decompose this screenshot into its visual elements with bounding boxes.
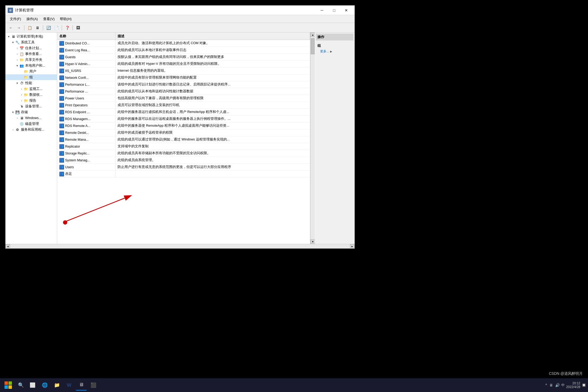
tree-item-windows[interactable]: › 🖥 Windows... [6, 115, 57, 121]
table-row[interactable]: 👥 Performance L... 该组中的成员可以计划进行性能计数器日志记录… [57, 81, 310, 88]
tree-item-device[interactable]: 🖱 设备管理... [6, 103, 57, 109]
table-row[interactable]: 👥 Remote Mana... 此组的成员可以通过管理协议(例如，通过 Win… [57, 136, 310, 143]
cell-name: 👥 Print Operators [57, 102, 115, 108]
table-row[interactable]: 👥 Power Users 包括高级用户以向下兼容，高级用户拥有有限的管理权限 [57, 95, 310, 102]
tree-label: 磁盘管理 [25, 122, 39, 126]
taskbar-language[interactable]: 中 [561, 383, 565, 388]
cell-name: 👥 Guests [57, 54, 115, 60]
tree-item-local-users[interactable]: ▼ 👥 本地用户和... [6, 63, 57, 69]
cell-desc: 此组的成员拥有对 Hyper-V 所有功能的完全且不受限制的访问权限。 [115, 61, 310, 67]
toolbar-view-button[interactable]: 🖼 [74, 24, 82, 31]
toolbar-refresh-button[interactable]: 🔄 [45, 24, 52, 31]
tree-label: 性能 [25, 81, 32, 85]
menu-action[interactable]: 操作(A) [24, 16, 40, 22]
chevron-icon[interactable]: ^ [545, 383, 547, 387]
tree-item-monitor[interactable]: › 📁 监视工... [6, 86, 57, 92]
table-row[interactable]: 👥 Distributed CO... 成员允许启动、激活和使用此计算机上的分布… [57, 40, 310, 47]
expand-icon: › [15, 58, 19, 61]
start-button[interactable] [2, 379, 14, 391]
tree-label: 组 [29, 75, 33, 80]
table-header: 名称 描述 [57, 33, 310, 40]
menu-help[interactable]: 帮助(H) [58, 16, 74, 22]
tree-item-datacollect[interactable]: › 📁 数据收... [6, 92, 57, 98]
compmgmt-button[interactable]: 🖥 [76, 380, 87, 391]
toolbar-export-button[interactable]: 📄 [53, 24, 60, 31]
tree-item-storage[interactable]: ▼ 💾 存储 [6, 109, 57, 115]
tree-item-events[interactable]: › 📋 事件查看... [6, 51, 57, 57]
table-row[interactable]: 👥 RDS Remote A... 此组中的服务器使 RemoteApp 程序和… [57, 122, 310, 129]
scroll-track[interactable] [311, 37, 315, 239]
cell-desc: Internet 信息服务使用的内置组。 [115, 67, 310, 74]
tree-label: Windows... [25, 116, 41, 120]
forward-button[interactable]: → [15, 24, 23, 31]
minimize-button[interactable]: ─ [316, 6, 328, 14]
title-bar: 🖥 计算机管理 ─ □ ✕ [6, 6, 354, 15]
hscroll-right-btn[interactable]: ► [350, 244, 354, 249]
table-row[interactable]: 👥 Hyper-V Admin... 此组的成员拥有对 Hyper-V 所有功能… [57, 61, 310, 67]
tree-item-root[interactable]: ▼ 🖥 计算机管理(本地) [6, 34, 57, 39]
taskbar-search-button[interactable]: 🔍 [15, 380, 26, 391]
terminal-button[interactable]: ⬛ [88, 380, 99, 391]
cell-name: 👥 Remote Mana... [57, 136, 115, 143]
toolbar-help-button[interactable]: ❓ [64, 24, 71, 31]
hscroll-left-btn[interactable]: ◄ [6, 244, 10, 249]
tree-item-users[interactable]: 📁 用户 [6, 69, 57, 74]
menu-view[interactable]: 查看(V) [41, 16, 57, 22]
table-row[interactable]: 👥 RDS Managem... 此组中的服务器可以在运行远程桌面服务的服务器上… [57, 116, 310, 122]
cell-name: 👥 Users [57, 164, 115, 170]
table-row[interactable]: 👥 Network Confi... 此组中的成员有部分管理权限来管理网络功能的… [57, 74, 310, 81]
table-row[interactable]: 👥 Storage Replic... 此组的成员具有存储副本所有功能的不受限的… [57, 150, 310, 157]
tree-item-tasks[interactable]: › 📅 任务计划... [6, 45, 57, 51]
close-button[interactable]: ✕ [340, 6, 352, 14]
tree-item-reports[interactable]: › 📁 报告 [6, 98, 57, 103]
cell-name: 👥 IIS_IUSRS [57, 67, 115, 74]
table-row[interactable]: 👥 Print Operators 成员可以管理在域控制器上安装的打印机 [57, 102, 310, 109]
tree-item-performance[interactable]: ▼ ⏱ 性能 [6, 80, 57, 86]
tree-item-services[interactable]: › ⚙ 服务和应用程... [6, 127, 57, 133]
back-button[interactable]: ← [7, 24, 15, 31]
table-row[interactable]: 👥 Replicator 支持域中的文件复制 [57, 143, 310, 150]
notification-button[interactable]: 🔲 [582, 383, 586, 387]
table-row[interactable]: 👥 Performance ... 此组的成员可以从本地和远程访问性能计数器数据 [57, 88, 310, 95]
window-title: 计算机管理 [15, 8, 316, 13]
vertical-scrollbar[interactable]: ▲ ▼ [310, 33, 315, 244]
tree-label: 系统工具 [21, 40, 35, 45]
action-more[interactable]: 更多... ▶ [316, 49, 353, 54]
cell-name: 👥 Hyper-V Admin... [57, 61, 115, 67]
menu-file[interactable]: 文件(F) [8, 16, 23, 22]
taskbar-clock[interactable]: 20:12 2022/4/28 [566, 381, 580, 389]
table-row[interactable]: 👥 Remote Deskt... 此组中的成员被授予远程登录的权限 [57, 129, 310, 136]
taskview-button[interactable]: ⬜ [27, 380, 38, 391]
computer-icon: 🖥 [11, 34, 16, 39]
tree-item-shared[interactable]: › 📁 共享文件夹 [6, 57, 57, 63]
scroll-up-btn[interactable]: ▲ [311, 33, 315, 37]
tree-item-groups[interactable]: 📁 组 [6, 74, 57, 80]
hscroll-track[interactable] [10, 244, 350, 248]
expand-icon: › [19, 88, 24, 90]
csdn-watermark: CSDN @逍风醉明月 [549, 371, 583, 376]
table-row[interactable]: 👥 Guests 按默认值，来宾跟用户组的成员有同等访问权，但来宾帐户的限制更多 [57, 54, 310, 61]
network-icon[interactable]: 🖥 [549, 383, 553, 387]
volume-icon[interactable]: 🔊 [555, 383, 560, 387]
maximize-button[interactable]: □ [328, 6, 340, 14]
scroll-down-btn[interactable]: ▼ [311, 239, 315, 244]
explorer-button[interactable]: 📁 [51, 380, 62, 391]
tree-item-tools[interactable]: ▼ 🔧 系统工具 [6, 39, 57, 45]
col-header-desc[interactable]: 描述 [115, 33, 310, 40]
table-row[interactable]: 👥 RDS Endpoint ... 此组中的服务器运行虚拟机和主机会话，用户 … [57, 109, 310, 116]
scroll-thumb[interactable] [311, 38, 315, 54]
expand-icon: › [19, 93, 24, 96]
left-panel: ▼ 🖥 计算机管理(本地) ▼ 🔧 系统工具 › 📅 任务计划... › 📋 事… [6, 33, 57, 244]
table-row-users[interactable]: 👥 Users 防止用户进行有意或无意的系统范围的更改，但是可以运行大部分应用程… [57, 164, 310, 171]
ie-button[interactable]: 🌐 [39, 380, 50, 391]
toolbar-up-button[interactable]: 📋 [26, 24, 33, 31]
table-row[interactable]: 👥 IIS_IUSRS Internet 信息服务使用的内置组。 [57, 67, 310, 74]
word-button[interactable]: W [64, 380, 75, 391]
table-row[interactable]: 👥 System Manag... 此组的成员由系统管理。 [57, 157, 310, 164]
col-header-name[interactable]: 名称 [57, 33, 115, 40]
folder-icon: 📁 [24, 86, 28, 91]
toolbar-show-button[interactable]: 🖥 [34, 24, 41, 31]
table-row[interactable]: 👥 Event Log Rea... 此组的成员可以从本地计算机中读取事件日志 [57, 47, 310, 54]
tree-item-diskmgmt[interactable]: 💿 磁盘管理 [6, 121, 57, 127]
table-row-custom[interactable]: 👥 赤足 [57, 171, 310, 177]
